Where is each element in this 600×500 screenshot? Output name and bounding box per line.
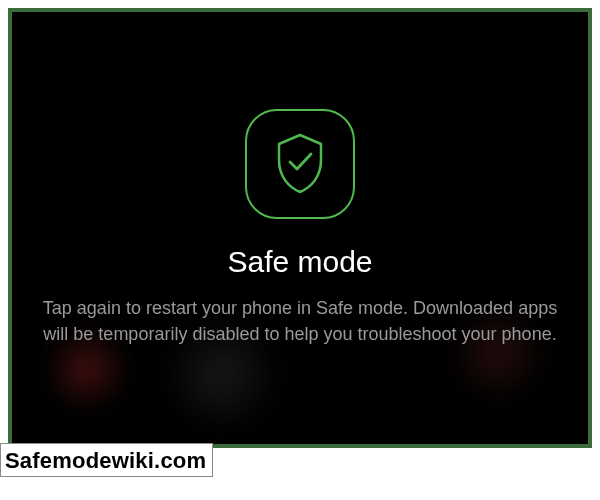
safe-mode-icon-frame [245,109,355,219]
dialog-description: Tap again to restart your phone in Safe … [40,295,560,347]
watermark: Safemodewiki.com [0,443,213,477]
shield-check-icon [271,132,329,196]
safe-mode-dialog[interactable]: Safe mode Tap again to restart your phon… [8,8,592,448]
dialog-title: Safe mode [227,245,372,279]
watermark-text: Safemodewiki.com [5,448,206,474]
